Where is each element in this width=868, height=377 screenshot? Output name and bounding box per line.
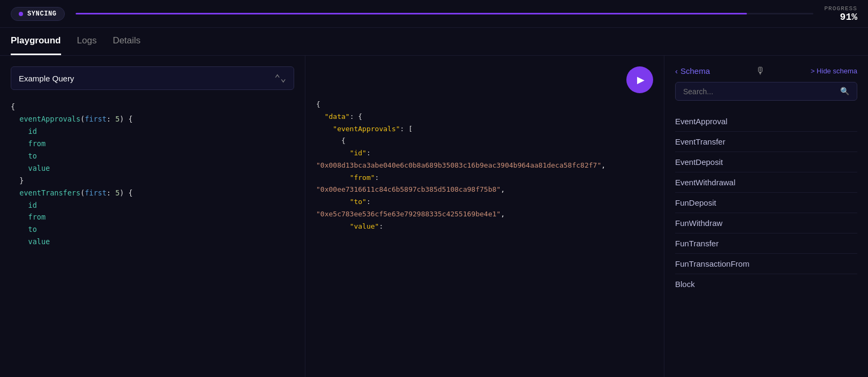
progress-title: PROGRESS xyxy=(824,5,857,12)
chevron-left-icon: ‹ xyxy=(675,66,678,76)
left-panel: Example Query ⌃⌄ { eventApprovals(first:… xyxy=(0,56,305,377)
progress-value: 91% xyxy=(824,12,857,22)
syncing-dot xyxy=(19,12,23,16)
middle-panel: ▶ { "data": { "eventApprovals": [ { "id"… xyxy=(305,56,664,377)
code-editor[interactable]: { eventApprovals(first: 5) { id from to … xyxy=(0,90,305,377)
schema-item-funtransfer[interactable]: FunTransfer xyxy=(675,233,857,254)
schema-header: ‹ Schema 🎙 > Hide schema xyxy=(664,56,868,82)
schema-hide-button[interactable]: > Hide schema xyxy=(811,67,857,75)
search-icon: 🔍 xyxy=(840,87,849,96)
run-button-container: ▶ xyxy=(305,56,664,99)
result-area[interactable]: { "data": { "eventApprovals": [ { "id": … xyxy=(305,99,664,377)
nav-tabs: Playground Logs Details xyxy=(0,28,868,56)
schema-item-funtransactionfrom[interactable]: FunTransactionFrom xyxy=(675,254,857,274)
progress-bar-fill xyxy=(76,13,747,14)
progress-bar-container xyxy=(76,13,814,14)
tab-details[interactable]: Details xyxy=(113,28,140,55)
tab-logs[interactable]: Logs xyxy=(77,28,97,55)
schema-item-funwithdraw[interactable]: FunWithdraw xyxy=(675,213,857,233)
schema-item-eventwithdrawal[interactable]: EventWithdrawal xyxy=(675,172,857,193)
query-selector-text: Example Query xyxy=(19,74,74,83)
mic-icon: 🎙 xyxy=(755,65,765,77)
run-button[interactable]: ▶ xyxy=(626,66,653,93)
tab-playground[interactable]: Playground xyxy=(11,28,61,55)
schema-item-eventtransfer[interactable]: EventTransfer xyxy=(675,132,857,152)
right-panel: ‹ Schema 🎙 > Hide schema 🔍 EventApproval… xyxy=(664,56,868,377)
schema-item-fundeposit[interactable]: FunDeposit xyxy=(675,193,857,213)
main-content: Example Query ⌃⌄ { eventApprovals(first:… xyxy=(0,56,868,377)
query-selector[interactable]: Example Query ⌃⌄ xyxy=(11,66,294,90)
schema-back-button[interactable]: ‹ Schema xyxy=(675,66,710,76)
schema-list: EventApproval EventTransfer EventDeposit… xyxy=(664,106,868,377)
schema-search-container: 🔍 xyxy=(675,82,857,101)
schema-item-eventapproval[interactable]: EventApproval xyxy=(675,111,857,132)
schema-search-input[interactable] xyxy=(683,87,840,96)
chevron-icon: ⌃⌄ xyxy=(274,72,286,84)
syncing-badge: SYNCING xyxy=(11,7,65,21)
schema-item-block[interactable]: Block xyxy=(675,274,857,294)
schema-item-eventdeposit[interactable]: EventDeposit xyxy=(675,152,857,172)
schema-back-label: Schema xyxy=(680,66,710,76)
play-icon: ▶ xyxy=(637,74,645,86)
top-bar: SYNCING PROGRESS 91% xyxy=(0,0,868,28)
syncing-label: SYNCING xyxy=(27,10,57,18)
progress-label: PROGRESS 91% xyxy=(824,5,857,22)
